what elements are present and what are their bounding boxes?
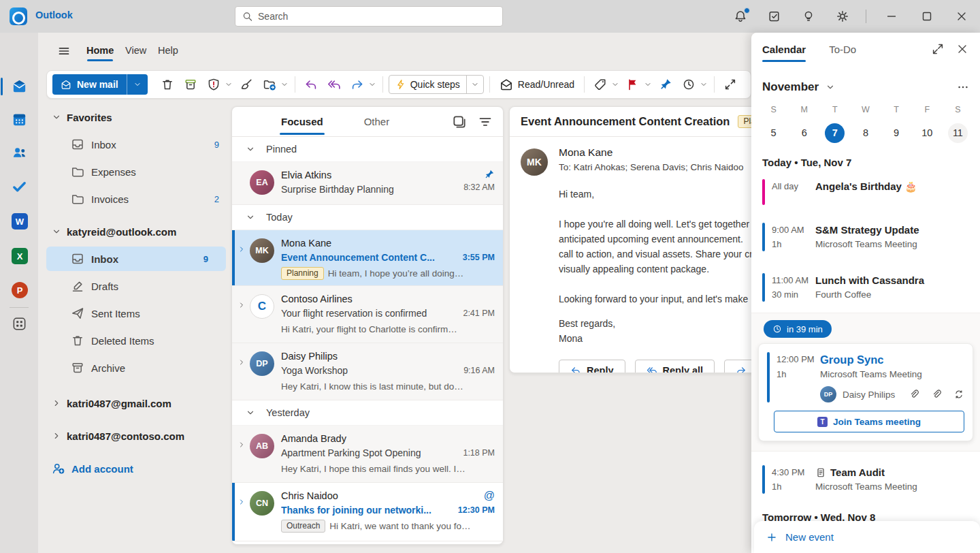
close-panel-icon[interactable]	[956, 42, 969, 56]
archive-button[interactable]	[179, 74, 202, 95]
email-row-chris-unread[interactable]: CN Chris Naidoo @ Thanks for joining our…	[232, 483, 503, 541]
select-messages-icon[interactable]	[451, 114, 468, 130]
group-header-today[interactable]: Today	[232, 205, 503, 230]
sidebar-item-inbox-fav[interactable]: Inbox 9	[38, 131, 231, 158]
delete-button[interactable]	[156, 74, 179, 95]
tab-other[interactable]: Other	[364, 116, 390, 127]
group-header-pinned[interactable]: Pinned	[232, 137, 503, 162]
expand-thread-chevron[interactable]	[233, 432, 250, 476]
expand-thread-chevron[interactable]	[233, 349, 250, 394]
date-cell[interactable]: 9	[881, 121, 912, 144]
account-header-gmail[interactable]: katri0487@gmail.com	[38, 390, 231, 417]
filter-icon[interactable]	[477, 114, 493, 130]
forward-button[interactable]	[346, 74, 369, 95]
date-cell[interactable]: 10	[912, 121, 943, 144]
nav-toggle-button[interactable]	[57, 44, 71, 59]
reply-button[interactable]	[299, 74, 323, 95]
attachment-icon[interactable]	[931, 389, 942, 400]
event-lunch-cassandra[interactable]: 11:00 AM 30 min Lunch with Cassandra Fou…	[751, 268, 980, 309]
new-mail-dropdown[interactable]	[127, 80, 148, 89]
sidebar-item-archive[interactable]: Archive	[38, 354, 231, 381]
sidebar-item-deleted[interactable]: Deleted Items	[38, 327, 231, 354]
expand-thread-chevron[interactable]	[233, 489, 250, 535]
event-angelas-birthday[interactable]: All day Angela's Birthday 🎂	[751, 174, 980, 212]
chevron-down-icon[interactable]	[826, 82, 835, 92]
sidebar-item-drafts[interactable]: Drafts	[38, 272, 231, 300]
favorites-header[interactable]: Favorites	[38, 104, 231, 131]
tab-view[interactable]: View	[125, 45, 146, 56]
flag-button[interactable]	[621, 74, 644, 95]
categorize-dropdown[interactable]	[609, 75, 621, 94]
notes-button[interactable]	[768, 10, 783, 25]
account-header-primary[interactable]: katyreid@outlook.com	[38, 218, 231, 245]
join-teams-meeting-button[interactable]: Join Teams meeting	[774, 411, 964, 432]
sweep-button[interactable]	[235, 74, 258, 95]
event-strategy-update[interactable]: 9:00 AM 1h S&M Strategy Update Microsoft…	[751, 217, 980, 258]
minimize-button[interactable]	[885, 10, 900, 25]
pin-icon[interactable]	[484, 169, 495, 180]
rail-todo-button[interactable]	[12, 179, 27, 195]
expand-thread-chevron[interactable]	[233, 236, 250, 279]
rail-powerpoint-button[interactable]: P	[12, 282, 27, 298]
forward-dropdown[interactable]	[366, 75, 378, 94]
date-cell[interactable]: 6	[789, 121, 819, 144]
tab-focused[interactable]: Focused	[281, 116, 323, 127]
expand-panel-icon[interactable]	[931, 42, 945, 56]
sidebar-item-sent[interactable]: Sent Items	[38, 300, 231, 327]
attachment-icon[interactable]	[909, 389, 919, 400]
sidebar-item-inbox-selected[interactable]: Inbox 9	[46, 247, 226, 271]
report-dropdown[interactable]	[223, 75, 235, 94]
expand-thread-chevron[interactable]	[233, 292, 250, 336]
event-team-audit[interactable]: 4:30 PM 1h Team Audit Microsoft Teams Me…	[751, 460, 980, 501]
sidebar-item-invoices[interactable]: Invoices 2	[38, 185, 231, 212]
rail-people-button[interactable]	[12, 144, 27, 160]
pin-button[interactable]	[654, 74, 677, 95]
date-cell[interactable]: 8	[850, 121, 881, 144]
tab-home[interactable]: Home	[86, 45, 114, 56]
add-account-button[interactable]: Add account	[38, 455, 231, 482]
report-button[interactable]	[202, 74, 225, 95]
close-button[interactable]	[955, 10, 970, 25]
email-row-contoso[interactable]: C Contoso Airlines Your flight reservati…	[232, 286, 503, 343]
countdown-pill[interactable]: in 39 min	[764, 320, 832, 338]
read-unread-button[interactable]: Read/Unread	[494, 78, 580, 91]
tab-calendar[interactable]: Calendar	[762, 44, 806, 55]
rail-word-button[interactable]: W	[12, 213, 27, 229]
reply-all-button[interactable]	[323, 74, 346, 95]
new-event-button[interactable]: New event	[754, 521, 980, 553]
notifications-button[interactable]	[734, 10, 749, 25]
tab-todo[interactable]: To-Do	[829, 44, 856, 55]
settings-button[interactable]	[836, 10, 851, 25]
snooze-button[interactable]	[677, 74, 700, 95]
quick-steps-control[interactable]: Quick steps	[389, 75, 484, 94]
date-cell[interactable]: 11	[943, 121, 973, 144]
move-to-dropdown[interactable]	[278, 75, 291, 94]
search-box[interactable]	[235, 6, 503, 27]
snooze-dropdown[interactable]	[698, 75, 710, 94]
email-row-mona-selected[interactable]: MK Mona Kane Event Announcement Content …	[232, 230, 503, 286]
email-row-amanda[interactable]: AB Amanda Brady Apartment Parking Spot O…	[232, 426, 503, 483]
date-cell-selected[interactable]: 7	[819, 121, 850, 144]
group-header-yesterday[interactable]: Yesterday	[232, 400, 503, 426]
collapse-ribbon-button[interactable]	[719, 74, 742, 95]
rail-more-apps-button[interactable]	[12, 316, 27, 332]
account-header-contoso[interactable]: katri0487@contoso.com	[38, 422, 231, 449]
quick-steps-dropdown[interactable]	[467, 80, 483, 89]
tab-help[interactable]: Help	[158, 45, 178, 56]
search-input[interactable]	[258, 11, 495, 22]
reply-button[interactable]: Reply	[559, 360, 625, 373]
new-mail-button[interactable]: New mail	[52, 74, 148, 95]
rail-calendar-button[interactable]	[12, 112, 27, 127]
flag-dropdown[interactable]	[642, 75, 654, 94]
email-row-daisy[interactable]: DP Daisy Philips Yoga Workshop 9:16 AM H…	[232, 343, 503, 400]
tips-button[interactable]	[802, 10, 817, 25]
featured-event-group-sync[interactable]: 12:00 PM 1h Group Sync Microsoft Teams M…	[758, 343, 973, 441]
email-row-elvia[interactable]: EA Elvia Atkins Surprise Birthday Planni…	[232, 162, 503, 205]
move-to-button[interactable]	[258, 74, 281, 95]
more-options-icon[interactable]	[957, 81, 969, 93]
sidebar-item-expenses[interactable]: Expenses	[38, 158, 231, 185]
rail-excel-button[interactable]: X	[12, 248, 27, 264]
maximize-button[interactable]	[920, 10, 935, 25]
month-label[interactable]: November	[762, 80, 819, 94]
date-cell[interactable]: 5	[758, 121, 789, 144]
